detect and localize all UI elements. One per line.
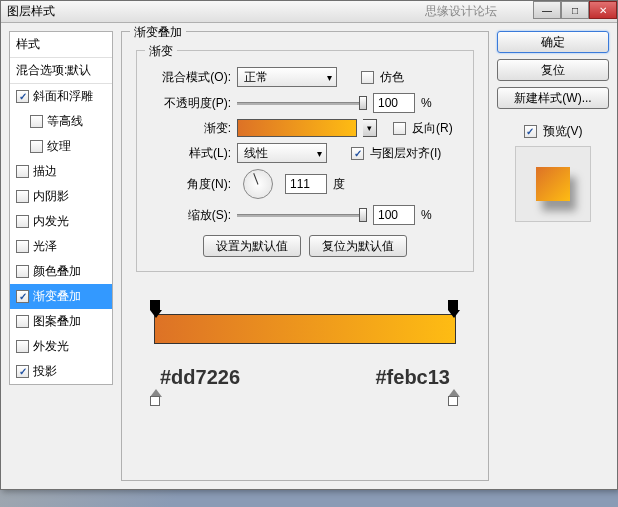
watermark-text: 思缘设计论坛 (425, 3, 497, 20)
close-button[interactable]: ✕ (589, 1, 617, 19)
checkbox-icon[interactable] (16, 365, 29, 378)
align-checkbox[interactable] (351, 147, 364, 160)
sidebar-item-drop-shadow[interactable]: 投影 (10, 359, 112, 384)
gradient-editor-annotation: #dd7226 #febc13 (136, 300, 474, 389)
sidebar-item-inner-shadow[interactable]: 内阴影 (10, 184, 112, 209)
sidebar-item-stroke[interactable]: 描边 (10, 159, 112, 184)
sidebar-item-gradient-overlay[interactable]: 渐变叠加 (10, 284, 112, 309)
checkbox-icon[interactable] (16, 165, 29, 178)
opacity-stop-left[interactable] (150, 300, 162, 312)
new-style-button[interactable]: 新建样式(W)... (497, 87, 609, 109)
opacity-slider[interactable] (237, 96, 367, 110)
sidebar-header[interactable]: 样式 (10, 32, 112, 58)
checkbox-icon[interactable] (16, 340, 29, 353)
dither-label: 仿色 (380, 69, 404, 86)
preview-swatch (536, 167, 570, 201)
style-label: 样式(L): (151, 145, 231, 162)
scale-slider[interactable] (237, 208, 367, 222)
gradient-group: 渐变 混合模式(O): 正常 仿色 不透明度(P): 100 % (136, 50, 474, 272)
checkbox-icon[interactable] (16, 315, 29, 328)
blend-mode-label: 混合模式(O): (151, 69, 231, 86)
panel-title: 渐变叠加 (130, 24, 186, 41)
opacity-input[interactable]: 100 (373, 93, 415, 113)
preview-label: 预览(V) (543, 123, 583, 140)
styles-sidebar: 样式 混合选项:默认 斜面和浮雕 等高线 纹理 描边 内阴影 内发光 光泽 颜色… (9, 31, 113, 481)
sidebar-item-color-overlay[interactable]: 颜色叠加 (10, 259, 112, 284)
gradient-start-hex: #dd7226 (160, 366, 240, 389)
gradient-dropdown-icon[interactable]: ▾ (363, 119, 377, 137)
set-default-button[interactable]: 设置为默认值 (203, 235, 301, 257)
angle-label: 角度(N): (151, 176, 231, 193)
gradient-group-title: 渐变 (145, 43, 177, 60)
preview-checkbox[interactable] (524, 125, 537, 138)
angle-input[interactable]: 111 (285, 174, 327, 194)
sidebar-item-contour[interactable]: 等高线 (10, 109, 112, 134)
gradient-bar[interactable] (154, 314, 456, 344)
style-select[interactable]: 线性 (237, 143, 327, 163)
blend-mode-select[interactable]: 正常 (237, 67, 337, 87)
cancel-button[interactable]: 复位 (497, 59, 609, 81)
opacity-stop-right[interactable] (448, 300, 460, 312)
blending-options-default[interactable]: 混合选项:默认 (10, 58, 112, 84)
color-stop-left[interactable] (150, 389, 162, 405)
right-buttons-column: 确定 复位 新建样式(W)... 预览(V) (497, 31, 609, 481)
checkbox-icon[interactable] (30, 115, 43, 128)
reset-default-button[interactable]: 复位为默认值 (309, 235, 407, 257)
gradient-overlay-panel: 渐变叠加 渐变 混合模式(O): 正常 仿色 不透明度(P): 100 (121, 31, 489, 481)
sidebar-item-texture[interactable]: 纹理 (10, 134, 112, 159)
ok-button[interactable]: 确定 (497, 31, 609, 53)
sidebar-item-pattern-overlay[interactable]: 图案叠加 (10, 309, 112, 334)
layer-style-dialog: 图层样式 思缘设计论坛 PS教程论坛 — □ ✕ 样式 混合选项:默认 斜面和浮… (0, 0, 618, 490)
gradient-picker[interactable] (237, 119, 357, 137)
gradient-end-hex: #febc13 (376, 366, 451, 389)
checkbox-icon[interactable] (16, 215, 29, 228)
align-label: 与图层对齐(I) (370, 145, 441, 162)
titlebar[interactable]: 图层样式 思缘设计论坛 PS教程论坛 — □ ✕ (1, 1, 617, 23)
checkbox-icon[interactable] (16, 265, 29, 278)
preview-swatch-area (515, 146, 591, 222)
checkbox-icon[interactable] (30, 140, 43, 153)
sidebar-item-outer-glow[interactable]: 外发光 (10, 334, 112, 359)
sidebar-item-bevel[interactable]: 斜面和浮雕 (10, 84, 112, 109)
scale-label: 缩放(S): (151, 207, 231, 224)
reverse-label: 反向(R) (412, 120, 453, 137)
checkbox-icon[interactable] (16, 240, 29, 253)
dialog-title: 图层样式 (7, 3, 55, 20)
gradient-label: 渐变: (151, 120, 231, 137)
checkbox-icon[interactable] (16, 190, 29, 203)
scale-input[interactable]: 100 (373, 205, 415, 225)
dither-checkbox[interactable] (361, 71, 374, 84)
sidebar-item-satin[interactable]: 光泽 (10, 234, 112, 259)
maximize-button[interactable]: □ (561, 1, 589, 19)
opacity-label: 不透明度(P): (151, 95, 231, 112)
angle-dial[interactable] (243, 169, 273, 199)
minimize-button[interactable]: — (533, 1, 561, 19)
checkbox-icon[interactable] (16, 290, 29, 303)
reverse-checkbox[interactable] (393, 122, 406, 135)
sidebar-item-inner-glow[interactable]: 内发光 (10, 209, 112, 234)
checkbox-icon[interactable] (16, 90, 29, 103)
color-stop-right[interactable] (448, 389, 460, 405)
